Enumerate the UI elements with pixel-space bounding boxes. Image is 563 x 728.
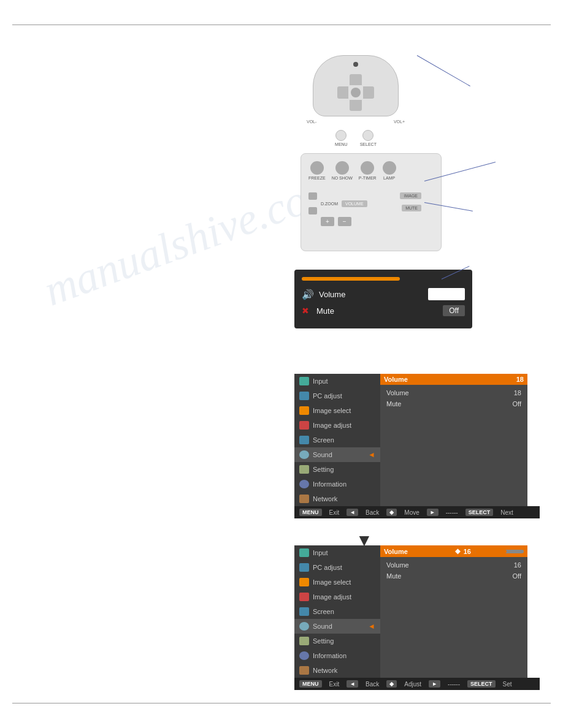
mute-row: ✖ Mute Off [302, 305, 465, 316]
remote-nav-labels: VOL- VOL+ [301, 119, 411, 124]
input-label-2: Input [313, 549, 327, 556]
ptimer-group: P-TIMER [359, 161, 377, 180]
volume-row-label-1: Volume [386, 389, 409, 396]
volume-speaker-icon: 🔊 [302, 289, 314, 300]
menu-item-pcadjust-1[interactable]: PC adjust [294, 389, 380, 403]
sound-icon-2 [299, 622, 309, 631]
minus-btn[interactable]: − [338, 217, 351, 226]
lamp-btn[interactable] [383, 161, 396, 175]
menu-right-header-label-1: Volume [384, 376, 408, 383]
menu-item-info-2[interactable]: Information [294, 648, 380, 663]
image-btn[interactable]: IMAGE [400, 192, 421, 199]
sound-label-2: Sound [313, 623, 332, 630]
menu-action-move-1: Move [404, 509, 419, 516]
freeze-label: FREEZE [308, 176, 326, 180]
menu-action-exit-2: Exit [329, 681, 340, 688]
menu-item-imgadjust-2[interactable]: Image adjust [294, 590, 380, 604]
menu-item-sound-2[interactable]: Sound ◄ [294, 619, 380, 634]
noshow-label: NO SHOW [332, 176, 353, 180]
menu-bottom-bar-1: MENU Exit ◄ Back ◆ Move ► ------ SELECT … [294, 506, 540, 518]
nav-down-btn[interactable] [350, 100, 362, 111]
screen-label-2: Screen [313, 608, 334, 615]
menu-label: MENU [335, 142, 348, 146]
menu-item-imgselect-1[interactable]: Image select [294, 403, 380, 418]
menu-key-right-1: ► [427, 509, 439, 516]
noshow-btn[interactable] [335, 161, 349, 175]
menu-action-dashes-2: ------ [448, 681, 460, 688]
volume-label-group: 🔊 Volume [302, 289, 345, 300]
mute-x-icon: ✖ [302, 306, 309, 316]
imgadjust-label-2: Image adjust [313, 593, 351, 601]
nav-right-btn[interactable] [363, 86, 374, 99]
info-icon-1 [299, 480, 309, 488]
sound-arrow-1: ◄ [368, 450, 375, 459]
select-circle-btn[interactable] [362, 130, 373, 141]
menu-item-setting-2[interactable]: Setting [294, 634, 380, 648]
nav-up-btn[interactable] [350, 74, 362, 85]
vol-slider-track-2 [475, 550, 524, 553]
imgselect-icon-2 [299, 578, 309, 586]
menu-panel-1: Input PC adjust Image select Image adjus… [294, 374, 527, 506]
mute-btn[interactable]: MUTE [402, 205, 421, 211]
nav-mini-up[interactable] [308, 192, 317, 200]
vol-slider-fill-2 [475, 550, 507, 553]
ptimer-btn[interactable] [361, 161, 374, 175]
volume-row: 🔊 Volume [302, 288, 465, 300]
menu-item-network-2[interactable]: Network [294, 663, 380, 678]
menu-item-info-1[interactable]: Information [294, 477, 380, 491]
mute-row-label-2: Mute [386, 572, 401, 580]
pcadjust-icon-1 [299, 392, 309, 400]
mute-text-label: Mute [316, 306, 334, 316]
imgadjust-icon-1 [299, 421, 309, 430]
sound-icon-1 [299, 450, 309, 459]
nav-center-btn[interactable] [351, 88, 361, 97]
volume-text-label: Volume [319, 290, 345, 299]
menu-item-imgadjust-1[interactable]: Image adjust [294, 418, 380, 433]
menu-item-imgselect-2[interactable]: Image select [294, 575, 380, 590]
menu-bottom-bar-2: MENU Exit ◄ Back ◆ Adjust ► ------ SELEC… [294, 678, 540, 690]
volume-btn[interactable]: VOLUME [342, 200, 367, 207]
menu-key-menu-1: MENU [299, 509, 322, 516]
menu-item-sound-1[interactable]: Sound ◄ [294, 447, 380, 462]
network-label-1: Network [313, 495, 337, 502]
nav-left-btn[interactable] [337, 86, 348, 99]
menu-item-screen-1[interactable]: Screen [294, 433, 380, 447]
pointer-line-1 [417, 55, 470, 86]
menu-circle-btn[interactable] [335, 130, 347, 141]
setting-icon-1 [299, 465, 309, 474]
menu-right-row-mute-1: Mute Off [386, 398, 521, 409]
menu-action-back-2: Back [366, 681, 379, 688]
menu-section-1: Input PC adjust Image select Image adjus… [294, 374, 540, 518]
imgadjust-icon-2 [299, 593, 309, 601]
menu-left-1: Input PC adjust Image select Image adjus… [294, 374, 380, 506]
menu-action-set-2: Set [503, 681, 512, 688]
pcadjust-label-2: PC adjust [313, 564, 342, 571]
menu-item-network-1[interactable]: Network [294, 491, 380, 506]
pcadjust-icon-2 [299, 563, 309, 572]
menu-item-setting-1[interactable]: Setting [294, 462, 380, 477]
imgselect-label-2: Image select [313, 578, 351, 586]
noshow-group: NO SHOW [332, 161, 353, 180]
imgselect-icon-1 [299, 406, 309, 415]
menu-item-input-2[interactable]: Input [294, 545, 380, 560]
remote-top-section: VOL- VOL+ MENU SELECT [301, 37, 411, 135]
menu-item-input-1[interactable]: Input [294, 374, 380, 389]
menu-right-2: Volume ◆ 16 Volume 16 Mute Off [380, 545, 527, 678]
mute-row-val-2: Off [513, 572, 521, 580]
input-icon-1 [299, 377, 309, 385]
nav-mini-down[interactable] [308, 207, 317, 214]
vol-plus-label: VOL+ [394, 119, 405, 124]
imgselect-label-1: Image select [313, 407, 351, 414]
info-label-1: Information [313, 480, 347, 488]
menu-key-back-2: ◄ [347, 680, 358, 688]
menu-key-back-1: ◄ [347, 509, 358, 516]
menu-left-2: Input PC adjust Image select Image adjus… [294, 545, 380, 678]
freeze-btn[interactable] [310, 161, 324, 175]
menu-item-pcadjust-2[interactable]: PC adjust [294, 560, 380, 575]
menu-action-adjust-2: Adjust [404, 681, 421, 688]
dzoom-label: D.ZOOM [321, 202, 338, 206]
remote-top-body [313, 55, 399, 116]
plus-btn[interactable]: + [321, 217, 334, 226]
menu-item-screen-2[interactable]: Screen [294, 604, 380, 619]
mute-row-label-1: Mute [386, 400, 401, 408]
